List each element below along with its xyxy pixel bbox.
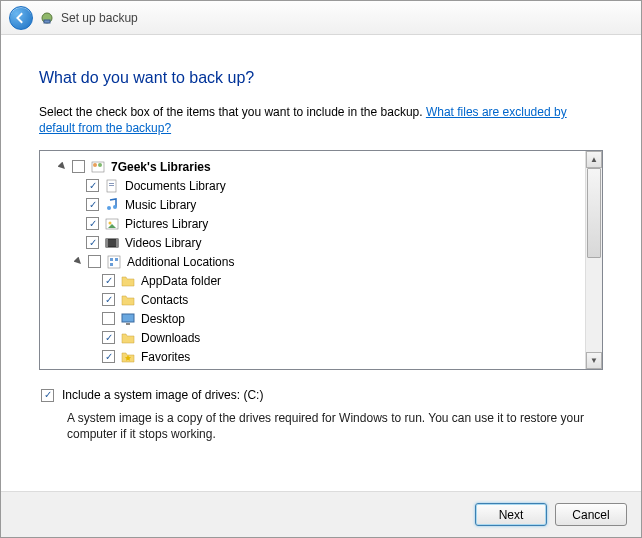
scroll-down-button[interactable]: ▼ (586, 352, 602, 369)
tree-node-root[interactable]: 7Geek's Libraries (44, 157, 585, 176)
system-image-checkbox[interactable] (41, 389, 54, 402)
title-bar: Set up backup (1, 1, 641, 35)
scrollbar[interactable]: ▲ ▼ (585, 151, 602, 369)
node-label: Downloads (140, 331, 200, 345)
backup-items-tree: 7Geek's Libraries Documents Library Musi… (39, 150, 603, 370)
node-label: Pictures Library (124, 217, 208, 231)
locations-icon (106, 254, 122, 270)
tree-node[interactable]: Pictures Library (44, 214, 585, 233)
svg-rect-19 (122, 314, 134, 322)
checkbox[interactable] (86, 198, 99, 211)
svg-rect-20 (126, 323, 130, 325)
svg-point-8 (107, 206, 111, 210)
tree-node[interactable]: Desktop (44, 309, 585, 328)
tree-node[interactable]: Videos Library (44, 233, 585, 252)
button-bar: Next Cancel (1, 491, 641, 537)
checkbox[interactable] (102, 293, 115, 306)
collapse-icon[interactable] (56, 161, 68, 173)
libraries-icon (90, 159, 106, 175)
cancel-button[interactable]: Cancel (555, 503, 627, 526)
folder-icon (120, 292, 136, 308)
tree-viewport: 7Geek's Libraries Documents Library Musi… (40, 151, 585, 369)
svg-rect-16 (110, 258, 113, 261)
favorites-icon (120, 349, 136, 365)
content-area: What do you want to back up? Select the … (1, 35, 641, 443)
tree-node[interactable]: Music Library (44, 195, 585, 214)
documents-icon (104, 178, 120, 194)
checkbox[interactable] (86, 217, 99, 230)
tree-node[interactable]: Documents Library (44, 176, 585, 195)
node-label: AppData folder (140, 274, 221, 288)
checkbox[interactable] (102, 312, 115, 325)
checkbox[interactable] (88, 255, 101, 268)
svg-rect-13 (106, 239, 108, 247)
music-icon (104, 197, 120, 213)
scroll-thumb[interactable] (587, 168, 601, 258)
checkbox[interactable] (86, 179, 99, 192)
svg-point-9 (113, 205, 117, 209)
node-label: 7Geek's Libraries (110, 160, 211, 174)
svg-point-4 (98, 163, 102, 167)
checkbox[interactable] (102, 331, 115, 344)
svg-rect-6 (109, 183, 114, 184)
node-label: Contacts (140, 293, 188, 307)
folder-icon (120, 330, 136, 346)
tree-node[interactable]: Downloads (44, 328, 585, 347)
app-icon (39, 10, 55, 26)
node-label: Videos Library (124, 236, 202, 250)
node-label: Favorites (140, 350, 190, 364)
pictures-icon (104, 216, 120, 232)
folder-icon (120, 273, 136, 289)
desktop-icon (120, 311, 136, 327)
collapse-icon[interactable] (72, 256, 84, 268)
system-image-desc: A system image is a copy of the drives r… (67, 410, 603, 442)
node-label: Music Library (124, 198, 196, 212)
back-button[interactable] (9, 6, 33, 30)
node-label: Documents Library (124, 179, 226, 193)
svg-rect-1 (44, 20, 50, 23)
scroll-up-button[interactable]: ▲ (586, 151, 602, 168)
node-label: Desktop (140, 312, 185, 326)
page-heading: What do you want to back up? (39, 69, 603, 87)
svg-point-3 (93, 163, 97, 167)
system-image-row: Include a system image of drives: (C:) (39, 388, 603, 402)
svg-rect-14 (116, 239, 118, 247)
node-label: Additional Locations (126, 255, 234, 269)
checkbox[interactable] (86, 236, 99, 249)
svg-rect-18 (110, 263, 113, 266)
svg-rect-7 (109, 185, 114, 186)
tree-node[interactable]: AppData folder (44, 271, 585, 290)
window-title: Set up backup (61, 11, 138, 25)
back-arrow-icon (15, 12, 27, 24)
next-button[interactable]: Next (475, 503, 547, 526)
intro-text: Select the check box of the items that y… (39, 105, 603, 136)
tree-node[interactable]: Favorites (44, 347, 585, 366)
tree-node-additional[interactable]: Additional Locations (44, 252, 585, 271)
svg-rect-17 (115, 258, 118, 261)
svg-rect-15 (108, 256, 120, 268)
system-image-label: Include a system image of drives: (C:) (62, 388, 263, 402)
checkbox[interactable] (102, 350, 115, 363)
intro-pre: Select the check box of the items that y… (39, 105, 426, 119)
tree-node[interactable]: Contacts (44, 290, 585, 309)
scroll-track[interactable] (586, 168, 602, 352)
svg-point-11 (109, 221, 112, 224)
checkbox[interactable] (102, 274, 115, 287)
videos-icon (104, 235, 120, 251)
checkbox[interactable] (72, 160, 85, 173)
